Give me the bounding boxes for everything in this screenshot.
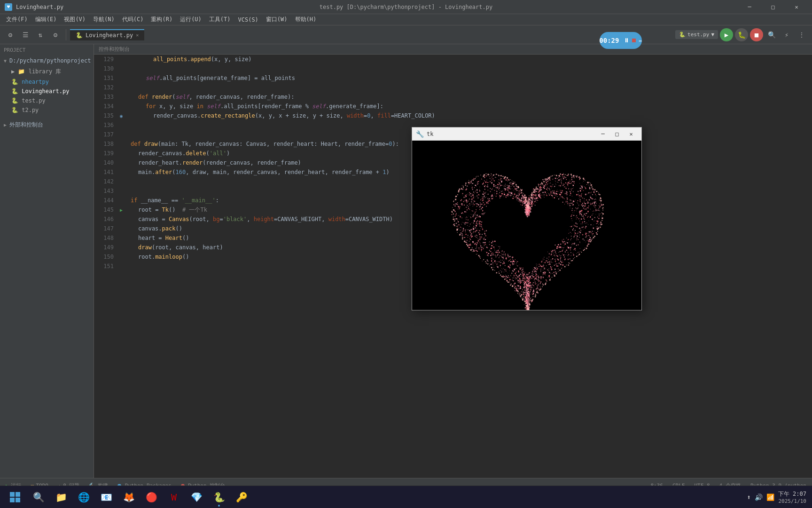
toolbar: ⚙ ☰ ⇅ ⚙ 🐍 Lovingheart.py ✕ 🐍 test.py ▼ ▶… — [0, 25, 812, 44]
menu-run[interactable]: 运行(U) — [176, 15, 205, 24]
tk-body — [412, 141, 641, 310]
menu-window[interactable]: 窗口(W) — [262, 15, 291, 24]
menu-edit[interactable]: 编辑(E) — [31, 15, 61, 24]
timer-edit-btn[interactable]: ✏ — [639, 37, 642, 44]
sidebar-item-lovingheart[interactable]: 🐍 Lovingheart.py — [0, 87, 94, 96]
wps-icon: W — [171, 492, 177, 503]
timer-stop-btn[interactable]: ⏹ — [631, 37, 637, 44]
maximize-button[interactable]: □ — [762, 0, 784, 14]
file-tab-name: Lovingheart.py — [86, 32, 133, 39]
sys-tray-icon1[interactable]: ⬆ — [747, 493, 750, 501]
menu-code[interactable]: 代码(C) — [118, 15, 148, 24]
code-line-135: render_canvas.create_rectangle(x, y, x +… — [131, 111, 808, 120]
tab-close-btn[interactable]: ✕ — [136, 32, 139, 38]
firefox-icon: 🦊 — [123, 492, 135, 503]
toolbar-right: 🐍 test.py ▼ ▶ 🐛 ■ 🔍 ⚡ ⋮ — [675, 28, 808, 41]
svg-rect-3 — [10, 498, 15, 502]
menu-refactor[interactable]: 重构(R) — [147, 15, 176, 24]
taskbar-files[interactable]: 📁 — [51, 487, 71, 508]
sort-btn[interactable]: ⇅ — [34, 28, 47, 41]
taskbar-red-app[interactable]: 🔴 — [141, 487, 162, 508]
tk-maximize-btn[interactable]: □ — [610, 128, 624, 140]
sidebar-item-test[interactable]: 🐍 test.py — [0, 96, 94, 105]
menu-tools[interactable]: 工具(T) — [205, 15, 234, 24]
collapse-icon-ext: ▶ — [4, 122, 7, 127]
sidebar: project ▼ D:/pycharm/pythonproject ▶ 📁 l… — [0, 44, 94, 478]
run-button[interactable]: ▶ — [720, 28, 733, 41]
menu-file[interactable]: 文件(F) — [2, 15, 31, 24]
menu-help[interactable]: 帮助(H) — [291, 15, 320, 24]
sidebar-external[interactable]: ▶ 外部和控制台 — [0, 119, 94, 130]
run-config[interactable]: 🐍 test.py ▼ — [675, 30, 718, 39]
search-icon: 🔍 — [33, 492, 45, 503]
menu-bar: 文件(F) 编辑(E) 视图(V) 导航(N) 代码(C) 重构(R) 运行(U… — [0, 14, 812, 25]
taskbar: 🔍 📁 🌐 📧 🦊 🔴 W 💎 🐍 🔑 ⬆ — [0, 485, 812, 508]
tk-title-bar: 🔧 tk ─ □ ✕ — [412, 127, 641, 141]
run-config-name: test.py — [687, 32, 709, 38]
project-settings-btn[interactable]: ⚙ — [4, 28, 17, 41]
breadcrumb-text: 控件和控制台 — [99, 46, 130, 52]
stop-button[interactable]: ■ — [750, 28, 763, 41]
menu-view[interactable]: 视图(V) — [60, 15, 89, 24]
sys-tray-icon3[interactable]: 📶 — [766, 493, 774, 501]
sidebar-item-library[interactable]: ▶ 📁 library 库 — [0, 66, 94, 77]
file-icon-t2: 🐍 t2.py — [11, 107, 39, 113]
list-view-btn[interactable]: ☰ — [19, 28, 32, 41]
taskbar-pycharm[interactable]: 🐍 — [209, 487, 229, 508]
file-icon: 🐍 — [76, 32, 83, 39]
pycharm-icon: 🐍 — [213, 492, 225, 503]
debug-button[interactable]: 🐛 — [735, 28, 748, 41]
external-label: 外部和控制台 — [9, 121, 43, 129]
files-icon: 📁 — [55, 492, 67, 503]
taskbar-clock[interactable]: 下午 2:07 2025/1/10 — [778, 490, 806, 504]
window-title: test.py [D:\pycharm\pythonproject] - Lov… — [320, 4, 492, 10]
breadcrumb: 控件和控制台 — [94, 44, 812, 55]
app-icon: ♥ — [5, 3, 12, 11]
taskbar-firefox[interactable]: 🦊 — [118, 487, 139, 508]
menu-vcs[interactable]: VCS(S) — [234, 16, 262, 24]
svg-rect-2 — [16, 492, 20, 497]
external-section: ▶ 外部和控制台 — [0, 119, 94, 130]
tk-title-icon: 🔧 — [416, 130, 424, 138]
tk-close-btn[interactable]: ✕ — [625, 128, 638, 140]
sidebar-section: ▶ 📁 library 库 🐍 nheartpy 🐍 Lovingheart.p… — [0, 65, 94, 116]
code-line-130 — [131, 64, 808, 73]
sidebar-path[interactable]: ▼ D:/pycharm/pythonproject — [0, 56, 94, 65]
sidebar-item-heartpy[interactable]: 🐍 nheartpy — [0, 77, 94, 87]
tk-title-text: tk — [427, 131, 433, 137]
app-name: Lovingheart.py — [16, 4, 63, 10]
timer-pause-btn[interactable]: ⏸ — [624, 37, 629, 44]
taskbar-start-btn[interactable] — [6, 488, 24, 507]
tk-controls: ─ □ ✕ — [596, 128, 638, 140]
taskbar-key[interactable]: 🔑 — [231, 487, 252, 508]
coverage-btn[interactable]: 🔍 — [765, 28, 778, 41]
sidebar-item-t2[interactable]: 🐍 t2.py — [0, 105, 94, 115]
title-bar-left: ♥ Lovingheart.py — [5, 3, 63, 11]
sys-tray-icon2[interactable]: 🔊 — [755, 493, 763, 501]
key-icon: 🔑 — [236, 492, 248, 503]
project-path: D:/pycharm/pythonproject — [9, 57, 91, 64]
file-tab[interactable]: 🐍 Lovingheart.py ✕ — [70, 29, 144, 40]
profile-btn[interactable]: ⚡ — [780, 28, 793, 41]
taskbar-wps[interactable]: W — [164, 487, 184, 508]
line-numbers: 129 130 131 132 133 134 135 136 137 138 … — [94, 55, 117, 478]
svg-rect-4 — [16, 498, 20, 502]
taskbar-mail[interactable]: 📧 — [96, 487, 117, 508]
taskbar-qq[interactable]: 💎 — [186, 487, 207, 508]
heart-canvas — [412, 141, 641, 310]
tk-window: 🔧 tk ─ □ ✕ — [412, 127, 642, 310]
file-icon-heartpy: 🐍 nheartpy — [11, 79, 49, 85]
settings-btn[interactable]: ⚙ — [49, 28, 62, 41]
mail-icon: 📧 — [101, 492, 112, 503]
clock-date: 2025/1/10 — [778, 498, 806, 504]
more-btn[interactable]: ⋮ — [795, 28, 808, 41]
taskbar-edge[interactable]: 🌐 — [73, 487, 94, 508]
taskbar-search[interactable]: 🔍 — [28, 487, 49, 508]
tk-minimize-btn[interactable]: ─ — [596, 128, 609, 140]
minimize-button[interactable]: ─ — [739, 0, 760, 14]
window-controls: ─ □ ✕ — [739, 0, 807, 14]
main-layout: project ▼ D:/pycharm/pythonproject ▶ 📁 l… — [0, 44, 812, 478]
menu-nav[interactable]: 导航(N) — [89, 15, 118, 24]
collapse-icon: ▼ — [4, 58, 7, 64]
close-button[interactable]: ✕ — [786, 0, 807, 14]
